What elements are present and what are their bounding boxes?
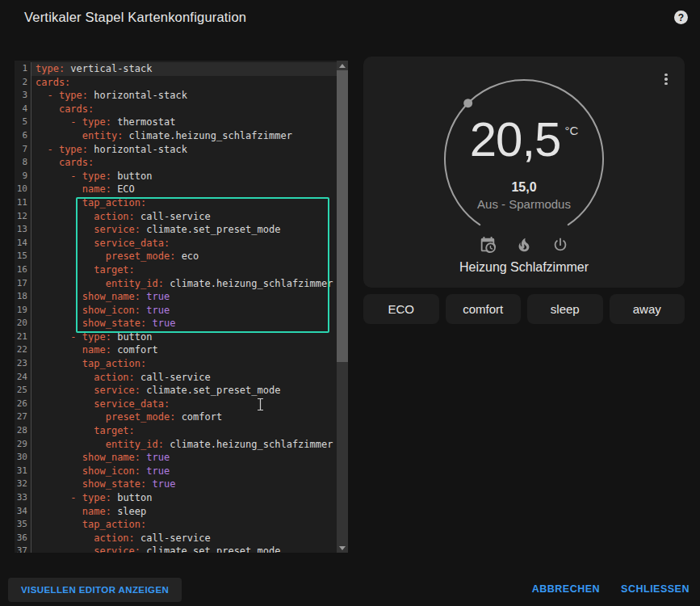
preset-button-away[interactable]: away [610,294,685,324]
code-line: 34 name: sleep [15,505,337,519]
code-line: 19 show_icon: true [15,304,337,318]
hvac-mode-row [363,236,685,254]
entity-name: Heizung Schlafzimmer [363,260,685,275]
dialog-title: Vertikaler Stapel Kartenkonfiguration [24,10,246,25]
code-line: 32 show_state: true [15,478,337,491]
line-content: action: call-service [31,210,337,224]
preset-button-sleep[interactable]: sleep [527,294,603,324]
line-content: service_data: [31,237,337,250]
footer-actions: ABBRECHEN SCHLIESSEN [532,583,690,595]
line-number: 32 [15,478,31,491]
line-number: 36 [15,532,31,545]
code-line: 30 show_name: true [15,451,337,465]
code-line: 8 cards: [15,156,337,170]
scrollbar-up-icon[interactable] [337,61,348,70]
editor-scrollbar[interactable] [337,61,348,553]
calendar-clock-icon[interactable] [479,236,497,254]
code-line: 25 service: climate.set_preset_mode [15,384,337,398]
code-line: 27 preset_mode: comfort [15,410,337,424]
dial-handle[interactable] [463,99,472,107]
temperature-value: 20,5 [470,115,561,165]
code-line: 12 action: call-service [15,210,337,224]
line-number: 5 [15,116,31,129]
line-number: 10 [15,183,31,196]
close-button[interactable]: SCHLIESSEN [621,583,690,595]
line-number: 30 [15,451,31,465]
line-number: 14 [15,237,31,250]
line-content: tap_action: [31,357,337,371]
code-line: 31 show_icon: true [15,465,337,478]
preset-button-comfort[interactable]: comfort [446,294,522,324]
code-line: 18 show_name: true [15,290,337,304]
line-number: 7 [15,143,31,157]
line-content: target: [31,263,337,277]
line-content: entity: climate.heizung_schlafzimmer [31,129,337,143]
preset-button-eco[interactable]: ECO [363,294,439,324]
line-number: 29 [15,438,31,452]
line-number: 11 [15,196,31,210]
line-content: - type: button [31,491,337,505]
fire-icon[interactable] [515,236,533,254]
code-line: 2cards: [15,76,337,90]
thermostat-card: 20,5 °C 15,0 Aus - Sparmodus Heizung Sch… [363,57,685,288]
preset-button-row: ECOcomfortsleepaway [363,294,685,324]
help-circle-icon[interactable]: ? [674,11,688,24]
line-number: 31 [15,465,31,478]
code-line: 17 entity_id: climate.heizung_schlafzimm… [15,277,337,291]
code-line: 23 tap_action: [15,357,337,371]
line-number: 27 [15,410,31,424]
line-number: 13 [15,223,31,237]
code-line: 7 - type: horizontal-stack [15,143,337,157]
line-content: target: [31,424,337,438]
line-number: 35 [15,518,31,532]
power-icon[interactable] [551,236,569,254]
scrollbar-down-icon[interactable] [337,543,348,553]
line-content: - type: thermostat [31,116,337,129]
line-number: 15 [15,250,31,263]
code-line: 37 service: climate.set_preset_mode [15,545,337,553]
line-content: name: ECO [31,183,337,196]
line-number: 37 [15,545,31,553]
line-number: 34 [15,505,31,519]
line-number: 22 [15,343,31,357]
line-content: service_data: [31,398,337,411]
line-number: 19 [15,304,31,318]
line-content: - type: button [31,170,337,183]
line-content: preset_mode: comfort [31,410,337,424]
code-line: 22 name: comfort [15,343,337,357]
line-content: service: climate.set_preset_mode [31,223,337,237]
line-number: 9 [15,170,31,183]
line-content: service: climate.set_preset_mode [31,384,337,398]
line-content: tap_action: [31,518,337,532]
line-content: show_icon: true [31,465,337,478]
code-line: 36 action: call-service [15,532,337,545]
code-line: 29 entity_id: climate.heizung_schlafzimm… [15,438,337,452]
line-number: 21 [15,330,31,344]
line-content: service: climate.set_preset_mode [31,545,337,553]
temperature-unit: °C [564,124,578,137]
line-number: 33 [15,491,31,505]
yaml-code-editor[interactable]: 1type: vertical-stack2cards:3 - type: ho… [15,61,348,553]
scrollbar-thumb[interactable] [337,70,348,362]
code-line: 15 preset_mode: eco [15,250,337,263]
line-content: cards: [31,76,337,90]
line-content: show_name: true [31,451,337,465]
line-number: 12 [15,210,31,224]
code-line: 5 - type: thermostat [15,116,337,129]
line-number: 18 [15,290,31,304]
code-line: 28 target: [15,424,337,438]
cancel-button[interactable]: ABBRECHEN [532,583,600,595]
line-number: 20 [15,317,31,330]
code-line: 3 - type: horizontal-stack [15,89,337,103]
target-temperature: 15,0 [363,180,685,195]
card-preview: 20,5 °C 15,0 Aus - Sparmodus Heizung Sch… [363,57,685,324]
kebab-menu-icon[interactable] [660,74,672,88]
line-content: cards: [31,103,337,116]
line-number: 28 [15,424,31,438]
line-number: 4 [15,103,31,116]
line-content: action: call-service [31,532,337,545]
code-line: 16 target: [15,263,337,277]
line-content: name: sleep [31,505,337,519]
line-content: entity_id: climate.heizung_schlafzimmer [31,438,337,452]
show-visual-editor-button[interactable]: VISUELLEN EDITOR ANZEIGEN [8,578,182,602]
